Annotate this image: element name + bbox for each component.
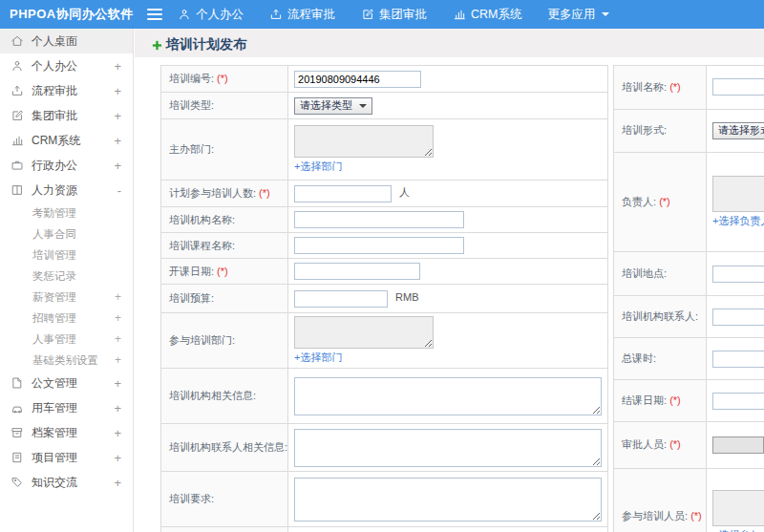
field-label: 负责人:(*) — [614, 153, 707, 252]
form-row-end-date: 结课日期:(*) — [614, 380, 764, 422]
start-date-input[interactable] — [294, 263, 420, 280]
location-input[interactable] — [712, 266, 764, 283]
participants-picker[interactable] — [712, 490, 764, 526]
sidebar-subitem-training[interactable]: 培训管理 — [0, 245, 133, 266]
host-dept-link[interactable]: +选择部门 — [294, 160, 342, 172]
participating-depts-link[interactable]: +选择部门 — [294, 351, 342, 363]
topbar-item-更多应用[interactable]: 更多应用 — [547, 7, 609, 23]
sidebar-item-archive[interactable]: 档案管理+ — [0, 420, 133, 445]
field-cell — [288, 369, 608, 424]
field-label: 计划参与培训人数:(*) — [161, 181, 288, 207]
sidebar-item-group[interactable]: 集团审批+ — [0, 103, 133, 128]
sidebar-item-desktop[interactable]: 个人桌面 — [0, 29, 133, 53]
form-row-leader: 负责人:(*)+选择负责人 — [614, 153, 764, 252]
participating-depts-picker[interactable] — [294, 316, 434, 349]
required-marker: (*) — [669, 394, 681, 406]
sidebar-subitem-basecat[interactable]: 基础类别设置+ — [0, 350, 133, 371]
sidebar-item-personal[interactable]: 个人办公+ — [0, 53, 133, 78]
field-label-text: 培训机构联系人相关信息: — [169, 441, 287, 453]
field-label-text: 结课日期: — [622, 394, 667, 406]
expand-toggle[interactable]: + — [114, 426, 121, 440]
org-name-input[interactable] — [294, 211, 464, 228]
field-label-text: 培训要求: — [169, 493, 214, 504]
host-dept-picker[interactable] — [294, 125, 434, 158]
expand-toggle[interactable]: + — [114, 59, 121, 74]
briefcase-icon — [11, 159, 24, 172]
planned-participants-input[interactable] — [294, 185, 392, 202]
expand-toggle[interactable]: + — [114, 376, 121, 391]
total-hours-input[interactable] — [712, 351, 764, 368]
sidebar-item-admin[interactable]: 行政办公+ — [0, 153, 133, 178]
sidebar-subitem-contract[interactable]: 人事合同 — [0, 223, 133, 245]
field-label: 培训机构名称: — [161, 207, 288, 233]
sidebar-subitem-personnel[interactable]: 人事管理+ — [0, 329, 133, 350]
field-label-text: 开课日期: — [169, 266, 214, 277]
hamburger-menu-icon[interactable] — [147, 6, 162, 23]
sidebar-item-vehicle[interactable]: 用车管理+ — [0, 395, 133, 420]
select-value: 请选择形式 — [718, 123, 764, 138]
sidebar-subitem-attendance[interactable]: 考勤管理 — [0, 202, 133, 223]
expand-toggle[interactable]: - — [117, 183, 121, 198]
required-marker: (*) — [669, 438, 681, 450]
field-cell: 请选择类型 — [288, 93, 608, 119]
expand-toggle[interactable]: + — [114, 451, 121, 465]
field-label-text: 计划参与培训人数: — [169, 187, 256, 199]
course-name-input[interactable] — [294, 237, 464, 254]
expand-toggle[interactable]: + — [114, 109, 121, 123]
budget-input[interactable] — [294, 290, 388, 308]
org-contact-info-textarea[interactable] — [294, 429, 602, 467]
expand-toggle[interactable]: + — [115, 332, 121, 346]
expand-toggle[interactable]: + — [114, 476, 121, 490]
expand-toggle[interactable]: + — [114, 159, 121, 173]
sidebar-item-knowledge[interactable]: 知识交流+ — [0, 470, 133, 495]
sidebar-item-label: 项目管理 — [32, 450, 77, 466]
sidebar-subitem-salary[interactable]: 薪资管理+ — [0, 287, 133, 308]
field-label: 培训编号:(*) — [161, 66, 288, 93]
field-label-text: 培训形式: — [622, 124, 667, 136]
training-form-select[interactable]: 请选择形式 — [712, 122, 764, 139]
form-row-training-no: 培训编号:(*) — [161, 66, 608, 93]
select-value: 请选择类型 — [300, 98, 352, 113]
topbar-item-个人办公[interactable]: 个人办公 — [178, 7, 244, 23]
expand-toggle[interactable]: + — [115, 290, 121, 304]
sidebar-subitem-label: 考勤管理 — [32, 206, 76, 221]
sidebar-item-docs[interactable]: 公文管理+ — [0, 371, 133, 395]
caret-down-icon — [602, 12, 609, 20]
sidebar-subitem-recruit[interactable]: 招聘管理+ — [0, 308, 133, 329]
sidebar-item-hr[interactable]: 人力资源- — [0, 178, 133, 202]
field-cell: RMB — [288, 285, 608, 313]
field-label: 培训课程名称: — [161, 233, 288, 259]
topbar-item-CRM系统[interactable]: CRM系统 — [453, 7, 521, 23]
form-row-start-date: 开课日期:(*) — [161, 259, 608, 285]
approvers-picker[interactable] — [712, 436, 764, 454]
training-name-input[interactable] — [712, 78, 764, 96]
topbar-item-集团审批[interactable]: 集团审批 — [361, 7, 427, 23]
sidebar-item-project[interactable]: 项目管理+ — [0, 445, 133, 470]
form-row-training-name: 培训名称:(*) — [614, 66, 764, 110]
field-cell: +选择审批人员 — [707, 422, 764, 469]
expand-toggle[interactable]: + — [115, 353, 121, 367]
field-label: 开课日期:(*) — [161, 259, 288, 285]
field-cell — [707, 296, 764, 338]
sidebar-item-workflow[interactable]: 流程审批+ — [0, 78, 133, 103]
expand-toggle[interactable]: + — [114, 84, 121, 98]
car-icon — [11, 401, 24, 415]
org-contact-input[interactable] — [712, 309, 764, 326]
requirements-textarea[interactable] — [294, 478, 602, 521]
expand-toggle[interactable]: + — [114, 134, 121, 148]
topbar-item-流程审批[interactable]: 流程审批 — [269, 7, 335, 23]
expand-toggle[interactable]: + — [115, 311, 121, 325]
expand-toggle[interactable]: + — [114, 401, 121, 415]
sidebar-item-crm[interactable]: CRM系统+ — [0, 128, 133, 153]
org-info-textarea[interactable] — [294, 377, 602, 415]
leader-link[interactable]: +选择负责人 — [712, 215, 764, 226]
sidebar-item-label: 公文管理 — [32, 375, 77, 392]
leader-picker[interactable] — [712, 176, 764, 212]
end-date-input[interactable] — [712, 393, 764, 410]
field-label: 主办部门: — [161, 119, 288, 181]
training-no-input[interactable] — [294, 71, 421, 88]
sidebar-subitem-rewards[interactable]: 奖惩记录 — [0, 266, 133, 287]
user-icon — [11, 59, 24, 73]
training-type-select[interactable]: 请选择类型 — [294, 97, 372, 115]
form-row-location: 培训地点: — [614, 252, 764, 296]
